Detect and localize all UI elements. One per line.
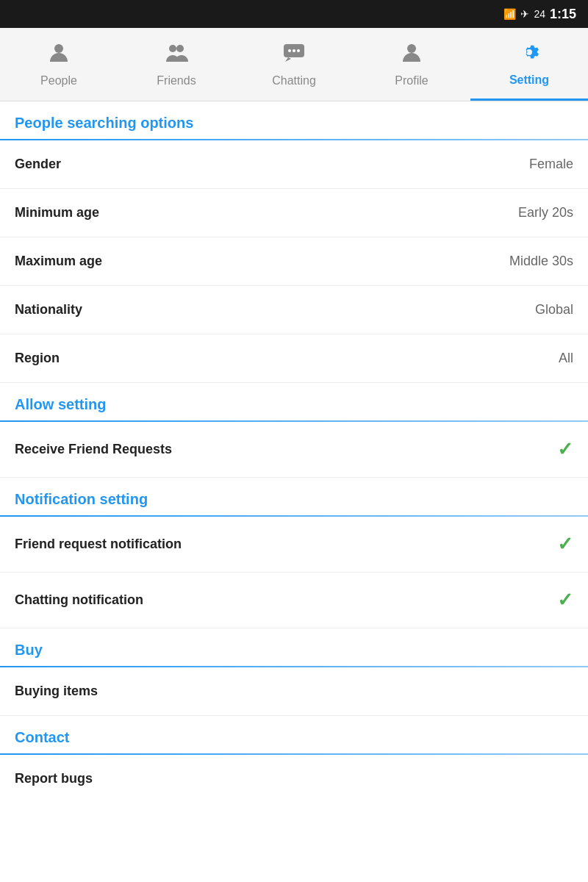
chatting-notification-check[interactable]: ✓ bbox=[557, 589, 573, 612]
chatting-icon bbox=[282, 41, 306, 70]
allow-setting-title: Allow setting bbox=[15, 396, 106, 412]
friend-request-notification-check[interactable]: ✓ bbox=[557, 533, 573, 556]
receive-friend-requests-check[interactable]: ✓ bbox=[557, 438, 573, 461]
people-searching-section-header: People searching options bbox=[0, 101, 588, 139]
tab-setting[interactable]: Setting bbox=[470, 28, 588, 101]
allow-setting-section-header: Allow setting bbox=[0, 383, 588, 420]
gender-value: Female bbox=[529, 157, 573, 172]
friends-icon bbox=[165, 41, 188, 70]
setting-icon bbox=[517, 40, 541, 69]
friend-request-notification-label: Friend request notification bbox=[15, 537, 182, 552]
contact-title: Contact bbox=[15, 729, 69, 745]
tab-friends-label: Friends bbox=[157, 74, 196, 87]
receive-friend-requests-label: Receive Friend Requests bbox=[15, 442, 172, 457]
tab-profile[interactable]: Profile bbox=[353, 28, 470, 101]
gender-label: Gender bbox=[15, 157, 61, 172]
notification-setting-section-header: Notification setting bbox=[0, 478, 588, 515]
svg-point-0 bbox=[54, 44, 63, 53]
svg-point-5 bbox=[293, 49, 295, 52]
region-label: Region bbox=[15, 351, 60, 366]
status-time: 1:15 bbox=[550, 7, 576, 22]
tab-friends[interactable]: Friends bbox=[118, 28, 235, 101]
friend-request-notification-row[interactable]: Friend request notification ✓ bbox=[0, 517, 588, 573]
svg-point-7 bbox=[407, 44, 416, 53]
svg-point-2 bbox=[176, 45, 184, 52]
svg-point-1 bbox=[169, 45, 176, 52]
nationality-row[interactable]: Nationality Global bbox=[0, 286, 588, 334]
buying-items-label: Buying items bbox=[15, 684, 98, 699]
wifi-icon: 📶 bbox=[503, 8, 516, 20]
minimum-age-row[interactable]: Minimum age Early 20s bbox=[0, 189, 588, 237]
tab-chatting[interactable]: Chatting bbox=[235, 28, 353, 101]
chatting-notification-label: Chatting notification bbox=[15, 592, 143, 608]
people-searching-title: People searching options bbox=[15, 115, 193, 131]
region-row[interactable]: Region All bbox=[0, 334, 588, 383]
gender-row[interactable]: Gender Female bbox=[0, 140, 588, 189]
maximum-age-value: Middle 30s bbox=[509, 254, 573, 269]
nationality-label: Nationality bbox=[15, 302, 82, 318]
buy-title: Buy bbox=[15, 642, 43, 658]
people-icon bbox=[47, 41, 71, 70]
tab-profile-label: Profile bbox=[395, 74, 428, 87]
tab-people[interactable]: People bbox=[0, 28, 118, 101]
content-area: People searching options Gender Female M… bbox=[0, 101, 588, 803]
buying-items-row[interactable]: Buying items bbox=[0, 667, 588, 716]
contact-section-header: Contact bbox=[0, 716, 588, 753]
chatting-notification-row[interactable]: Chatting notification ✓ bbox=[0, 573, 588, 628]
tab-people-label: People bbox=[40, 74, 77, 87]
minimum-age-value: Early 20s bbox=[518, 205, 573, 220]
nationality-value: Global bbox=[535, 302, 573, 318]
svg-point-4 bbox=[288, 49, 291, 52]
region-value: All bbox=[559, 351, 573, 366]
profile-icon bbox=[400, 41, 423, 70]
tab-setting-label: Setting bbox=[509, 74, 549, 87]
status-bar: 📶 ✈ 24 1:15 bbox=[0, 0, 588, 28]
buy-section-header: Buy bbox=[0, 628, 588, 666]
receive-friend-requests-row[interactable]: Receive Friend Requests ✓ bbox=[0, 422, 588, 478]
notification-setting-title: Notification setting bbox=[15, 491, 148, 507]
tab-chatting-label: Chatting bbox=[272, 74, 316, 87]
battery-level: 24 bbox=[534, 8, 545, 20]
tab-bar: People Friends Chatting bbox=[0, 28, 588, 101]
report-bugs-row[interactable]: Report bugs bbox=[0, 755, 588, 803]
maximum-age-row[interactable]: Maximum age Middle 30s bbox=[0, 237, 588, 286]
report-bugs-label: Report bugs bbox=[15, 771, 93, 786]
airplane-icon: ✈ bbox=[520, 8, 529, 20]
svg-point-6 bbox=[297, 49, 300, 52]
minimum-age-label: Minimum age bbox=[15, 205, 99, 220]
maximum-age-label: Maximum age bbox=[15, 254, 102, 269]
status-icons: 📶 ✈ 24 1:15 bbox=[503, 7, 576, 22]
